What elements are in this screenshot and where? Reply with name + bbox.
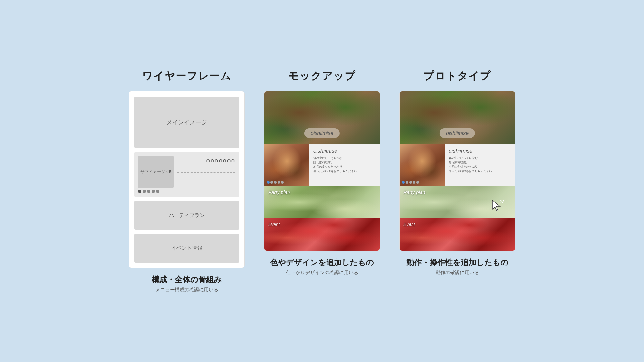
carousel-dot-2[interactable] [143, 190, 146, 193]
mockup-dot-1[interactable] [267, 181, 270, 184]
mockup-footer-title: 色やデザインを追加したもの [270, 257, 374, 268]
main-container: ワイヤーフレーム メインイメージ サブイメージ× 5 OOOOOO [103, 56, 541, 306]
wireframe-party-block: パーティプラン [134, 201, 239, 230]
prototype-info-row: oishiimise 森の中にひっそり佇む 隠れ家料理店。 地元の食材をたっぷり… [400, 144, 515, 186]
mockup-brand: oishiimise [313, 148, 376, 154]
mockup-description: 森の中にひっそり佇む 隠れ家料理店。 地元の食材をたっぷり 使ったお料理をお楽し… [313, 156, 376, 173]
proto-dot-2[interactable] [406, 181, 408, 184]
mockup-title: モックアップ [288, 69, 356, 83]
prototype-brand: oishiimise [449, 148, 511, 154]
prototype-footer-sub: 動作の確認に用いる [406, 270, 508, 276]
mockup-dot-4[interactable] [278, 181, 280, 184]
mockup-sub-dots [267, 181, 284, 184]
wireframe-event-block: イベント情報 [134, 234, 239, 263]
mockup-party-label: Party plan [268, 190, 290, 195]
prototype-sub-content: oishiimise 森の中にひっそり佇む 隠れ家料理店。 地元の食材をたっぷり… [445, 144, 515, 186]
mockup-column: モックアップ oishiimise [264, 69, 380, 276]
mockup-logo: oishiimise [304, 128, 340, 138]
mockup-card: oishiimise oishiimise 森の中にひっそり佇む 隠 [264, 91, 380, 251]
wireframe-sub-image: サブイメージ× 5 [138, 156, 174, 188]
prototype-event-section: Event [400, 218, 515, 251]
wireframe-hero-block: メインイメージ [134, 97, 239, 148]
mockup-hero: oishiimise [264, 91, 380, 144]
carousel-dot-3[interactable] [147, 190, 150, 193]
carousel-dot-1[interactable] [138, 190, 141, 193]
wireframe-line-3 [177, 177, 235, 177]
prototype-event-label: Event [403, 222, 415, 227]
mockup-info-row: oishiimise 森の中にひっそり佇む 隠れ家料理店。 地元の食材をたっぷり… [264, 144, 380, 186]
wireframe-footer-title: 構成・全体の骨組み [152, 274, 222, 285]
wireframe-sub-label: サブイメージ× 5 [138, 156, 174, 188]
mockup-event-image [264, 218, 380, 251]
proto-dot-4[interactable] [413, 181, 415, 184]
mockup-sub-food-image [264, 144, 309, 186]
prototype-footer: 動作・操作性を追加したもの 動作の確認に用いる [406, 257, 508, 276]
prototype-event-image [400, 218, 515, 251]
mockup-dot-3[interactable] [274, 181, 277, 184]
prototype-sub-food-image [400, 144, 445, 186]
wireframe-party-label: パーティプラン [169, 212, 205, 219]
prototype-footer-title: 動作・操作性を追加したもの [406, 257, 508, 268]
wireframe-title: ワイヤーフレーム [142, 69, 232, 83]
mockup-dot-2[interactable] [270, 181, 273, 184]
mockup-sub-image [264, 144, 309, 186]
prototype-card: oishiimise oishiimise 森の中にひっそり佇む 隠 [399, 91, 515, 251]
prototype-column: プロトタイプ oishiimise [399, 69, 515, 276]
prototype-logo: oishiimise [440, 128, 475, 138]
proto-dot-5[interactable] [416, 181, 419, 184]
proto-dot-3[interactable] [409, 181, 412, 184]
wireframe-line-2 [177, 172, 235, 173]
wireframe-event-label: イベント情報 [171, 245, 202, 252]
mockup-dot-5[interactable] [281, 181, 284, 184]
prototype-sub-dots [402, 181, 419, 184]
wireframe-footer-sub: メニュー構成の確認に用いる [152, 287, 222, 293]
mockup-event-section: Event [264, 218, 380, 251]
carousel-dot-5[interactable] [156, 190, 159, 193]
carousel-dot-4[interactable] [152, 190, 155, 193]
wireframe-placeholder-text: OOOOOOO [177, 158, 235, 163]
prototype-description: 森の中にひっそり佇む 隠れ家料理店。 地元の食材をたっぷり 使ったお料理をお楽し… [449, 156, 511, 173]
mockup-event-label: Event [268, 222, 280, 227]
prototype-title: プロトタイプ [423, 69, 491, 83]
prototype-party-section[interactable]: Party plan [400, 186, 515, 218]
wireframe-carousel-dots [138, 190, 235, 193]
wireframe-hero-label: メインイメージ [166, 118, 207, 126]
mockup-footer-sub: 仕上がりデザインの確認に用いる [270, 270, 374, 276]
wireframe-card: メインイメージ サブイメージ× 5 OOOOOOO [129, 91, 245, 268]
prototype-hero: oishiimise [400, 91, 515, 144]
mockup-party-section: Party plan [264, 186, 380, 218]
mockup-footer: 色やデザインを追加したもの 仕上がりデザインの確認に用いる [270, 257, 374, 276]
proto-dot-1[interactable] [402, 181, 405, 184]
wireframe-line-1 [177, 168, 235, 168]
wireframe-sub-block: サブイメージ× 5 OOOOOOO [134, 152, 239, 197]
prototype-sub-image [400, 144, 445, 186]
wireframe-footer: 構成・全体の骨組み メニュー構成の確認に用いる [152, 274, 222, 293]
cursor-icon [489, 198, 505, 215]
mockup-sub-content: oishiimise 森の中にひっそり佇む 隠れ家料理店。 地元の食材をたっぷり… [309, 144, 380, 186]
prototype-party-label: Party plan [403, 190, 425, 195]
wireframe-column: ワイヤーフレーム メインイメージ サブイメージ× 5 OOOOOO [129, 69, 245, 293]
wireframe-sub-text-area: OOOOOOO [177, 156, 235, 188]
